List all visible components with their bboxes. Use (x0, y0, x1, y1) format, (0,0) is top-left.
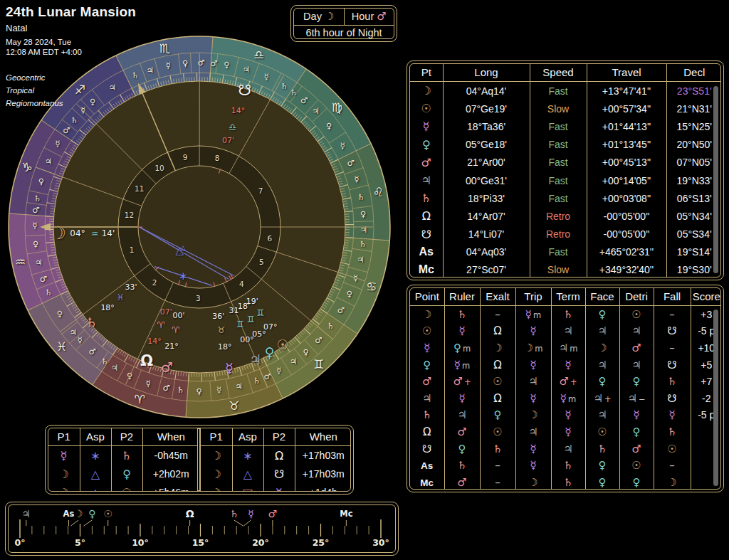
cell-travel: +01°44'13'' (587, 117, 666, 135)
planet-glyph: ☉ (422, 324, 431, 337)
svg-text:♂: ♂ (89, 347, 96, 356)
cell-point: ♀ (410, 356, 444, 374)
column-header: P2 (263, 428, 295, 446)
column-header: When (142, 428, 199, 446)
cell-dignity: ☉ (654, 440, 691, 458)
cell-dignity: ☽ (480, 339, 515, 356)
planet-glyph: ♂ (457, 476, 466, 489)
cell-dignity: ♀ (619, 373, 654, 390)
planet-glyph: ♄ (493, 443, 502, 455)
dignity-modifier: m (535, 344, 542, 354)
svg-text:♀: ♀ (303, 347, 309, 357)
svg-text:♂: ♂ (337, 305, 345, 315)
svg-text:04°: 04° (70, 228, 85, 238)
planet-glyph: ♃ (563, 443, 572, 455)
svg-text:☋: ☋ (238, 82, 252, 99)
cell-point: ♄ (410, 407, 444, 424)
day-hour-panel: Day ☽ Hour ♂ 6th hour of Night (290, 5, 397, 42)
cell-aspect: △ (80, 483, 111, 492)
svg-text:♓: ♓ (117, 292, 125, 302)
setting-geocentric: Geocentric (6, 72, 136, 85)
cell-travel: +01°13'45'' (587, 136, 666, 154)
cell-dignity: ♀ (585, 306, 619, 323)
aspect-glyph: △ (91, 486, 100, 492)
cell-dignity: – (480, 306, 515, 323)
planet-glyph: ♄ (122, 449, 132, 463)
planet-glyph: – (669, 459, 675, 472)
cell-dignity: ♀ (480, 407, 515, 424)
cell-point: Mc (410, 474, 444, 490)
planet-glyph: ☿ (61, 449, 68, 463)
dignity-modifier: m (463, 344, 471, 354)
aspect-row: ☽∗Ω+17h03m (201, 446, 351, 465)
svg-text:♃: ♃ (70, 327, 77, 337)
hour-ruler-cell[interactable]: Hour ♂ (344, 9, 394, 25)
aspects-header-row: P1AspP2When (201, 428, 351, 446)
day-ruler-cell[interactable]: Day ☽ (294, 9, 344, 25)
svg-text:♂: ♂ (63, 125, 70, 135)
planet-glyph: ♀ (633, 426, 641, 438)
column-header: Asp (232, 428, 263, 446)
positions-row: ☉07°Ge19'Slow+00°57'34''21°N31' (410, 100, 721, 117)
column-header: Pt (410, 64, 443, 82)
cell-dignity: ♂ (444, 474, 480, 490)
cell-travel: +13°47'41'' (587, 82, 666, 100)
cell-dignity: ♄ (585, 440, 619, 458)
cell-dignity: ♀ (585, 373, 619, 390)
svg-text:30°: 30° (372, 537, 389, 548)
dignity-modifier: + (464, 377, 471, 387)
cell-dignity: – (654, 306, 691, 323)
planet-glyph: ☿ (530, 324, 536, 337)
cell-point: Ω (410, 423, 444, 440)
aspects-table-left: P1AspP2When☿∗♄-0h45m☽△♀+2h02m☽△☉+5h46m (48, 428, 199, 491)
cell-dignity: ♃ (585, 356, 619, 374)
cell-dignity: Ω (480, 390, 515, 407)
cell-longitude: 07°Ge19' (443, 100, 530, 117)
svg-text:♀: ♀ (33, 239, 38, 249)
svg-text:♊: ♊ (236, 319, 244, 329)
planet-glyph: As (419, 245, 434, 258)
column-header: P2 (111, 428, 142, 446)
svg-text:☿: ☿ (340, 141, 345, 151)
planet-glyph: ☿m (454, 359, 470, 371)
dignities-scrollbar[interactable] (713, 310, 718, 486)
svg-text:♊: ♊ (247, 314, 255, 324)
cell-longitude: 14°Li07' (443, 226, 530, 243)
planet-glyph: ♂+ (453, 375, 471, 388)
svg-text:♀: ♀ (38, 176, 44, 186)
cell-travel: +00°03'08'' (587, 189, 666, 207)
svg-text:12: 12 (125, 211, 134, 219)
cell-longitude: 27°Sc07' (443, 261, 530, 278)
dignity-modifier: − (639, 394, 646, 404)
svg-text:♀: ♀ (182, 58, 188, 68)
svg-text:∗: ∗ (179, 270, 188, 282)
svg-text:♄: ♄ (327, 321, 334, 331)
svg-text:♂: ♂ (163, 383, 170, 393)
svg-text:☿: ☿ (166, 60, 171, 70)
planet-glyph: ☿ (565, 426, 571, 438)
cell-dignity: ☿ (654, 407, 691, 424)
cell-dignity: ♄ (551, 474, 585, 490)
cell-dignity: ☽ (515, 474, 551, 490)
cell-point: ♂ (410, 154, 443, 171)
cell-p1: ☽ (48, 465, 80, 483)
column-header: P1 (201, 428, 232, 446)
svg-text:♄: ♄ (177, 385, 184, 395)
svg-text:♓: ♓ (56, 339, 67, 354)
planet-glyph: ♄ (667, 426, 676, 438)
column-header: Travel (587, 64, 666, 82)
planet-glyph: ☿ (668, 408, 675, 421)
positions-row: ☿18°Ta36'Fast+01°44'13''15°N25' (410, 117, 721, 135)
svg-text:2: 2 (152, 278, 157, 287)
cell-longitude: 04°Aq14' (443, 82, 530, 100)
positions-row: ♄18°Pi33'Fast+00°03'08''06°S13' (410, 189, 721, 207)
svg-text:9: 9 (183, 153, 188, 162)
svg-text:25°: 25° (313, 537, 330, 548)
positions-scrollbar[interactable] (713, 86, 718, 273)
positions-row: ♃00°Ge31'Fast+00°14'05''19°N33' (410, 171, 721, 189)
svg-text:07°: 07° (263, 322, 278, 332)
planet-glyph: ♀ (458, 443, 466, 455)
planet-glyph: ☽ (597, 342, 607, 354)
cell-dignity: ♀ (585, 474, 619, 490)
ruler-marker-glyph: ♃ (22, 508, 31, 519)
